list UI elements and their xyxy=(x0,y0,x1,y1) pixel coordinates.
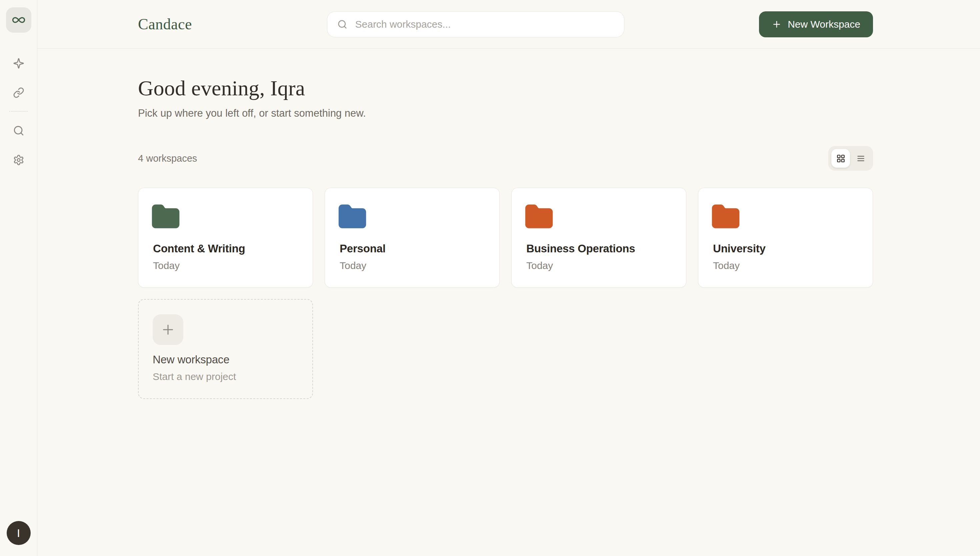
user-avatar[interactable]: I xyxy=(6,521,31,545)
greeting-heading: Good evening, Iqra xyxy=(138,77,873,100)
folder-icon xyxy=(711,202,741,232)
workspace-search xyxy=(327,11,624,37)
app-logo-button[interactable] xyxy=(6,7,31,33)
sidebar-nav xyxy=(9,54,28,169)
workspace-count: 4 workspaces xyxy=(138,153,197,164)
new-workspace-card-title: New workspace xyxy=(153,353,298,366)
list-icon xyxy=(856,154,865,163)
settings-icon xyxy=(13,154,24,166)
search-icon xyxy=(337,19,347,29)
list-view-toggle[interactable] xyxy=(851,149,870,168)
workspace-card-date: Today xyxy=(153,260,298,272)
workspace-card-title: Personal xyxy=(340,242,485,255)
plus-tile xyxy=(153,314,183,345)
workspace-card[interactable]: Content & Writing Today xyxy=(138,187,313,288)
folder-icon xyxy=(151,202,181,232)
sidebar-item-search[interactable] xyxy=(9,121,28,140)
new-workspace-card[interactable]: New workspace Start a new project xyxy=(138,299,313,399)
sidebar-item-assistant[interactable] xyxy=(9,54,28,73)
top-header: Candace New Workspace xyxy=(37,0,980,48)
workspace-card-title: Business Operations xyxy=(526,242,671,255)
app-root: I Candace New Workspace Good evening, Iq… xyxy=(0,0,980,556)
greeting-subtitle: Pick up where you left off, or start som… xyxy=(138,107,873,119)
search-icon xyxy=(13,125,24,136)
workspace-card-date: Today xyxy=(713,260,858,272)
link-icon xyxy=(13,87,24,99)
main-content: Good evening, Iqra Pick up where you lef… xyxy=(37,48,980,399)
workspace-card[interactable]: Personal Today xyxy=(325,187,500,288)
new-workspace-button[interactable]: New Workspace xyxy=(759,11,873,37)
main-column: Candace New Workspace Good evening, Iqra… xyxy=(37,0,980,556)
sidebar-item-links[interactable] xyxy=(9,83,28,102)
workspace-card-date: Today xyxy=(340,260,485,272)
workspace-card-title: Content & Writing xyxy=(153,242,298,255)
infinity-icon xyxy=(12,13,26,27)
workspace-card-date: Today xyxy=(526,260,671,272)
new-workspace-card-subtitle: Start a new project xyxy=(153,371,298,382)
folder-icon xyxy=(337,202,367,232)
search-input[interactable] xyxy=(355,18,614,30)
plus-icon xyxy=(772,19,781,29)
sidebar: I xyxy=(0,0,37,556)
sidebar-item-settings[interactable] xyxy=(9,151,28,169)
grid-view-toggle[interactable] xyxy=(831,149,850,168)
view-toggle xyxy=(828,146,873,171)
workspace-grid: Content & Writing Today Personal Today B… xyxy=(138,187,873,399)
sidebar-divider xyxy=(9,111,27,112)
workspace-card-title: University xyxy=(713,242,858,255)
folder-icon xyxy=(524,202,554,232)
workspace-meta-row: 4 workspaces xyxy=(138,146,873,171)
workspace-card[interactable]: Business Operations Today xyxy=(511,187,686,288)
new-workspace-button-label: New Workspace xyxy=(788,19,861,30)
sparkle-icon xyxy=(13,58,24,69)
grid-icon xyxy=(836,154,845,163)
workspace-card[interactable]: University Today xyxy=(698,187,873,288)
app-title: Candace xyxy=(138,15,192,33)
plus-icon xyxy=(160,322,176,337)
